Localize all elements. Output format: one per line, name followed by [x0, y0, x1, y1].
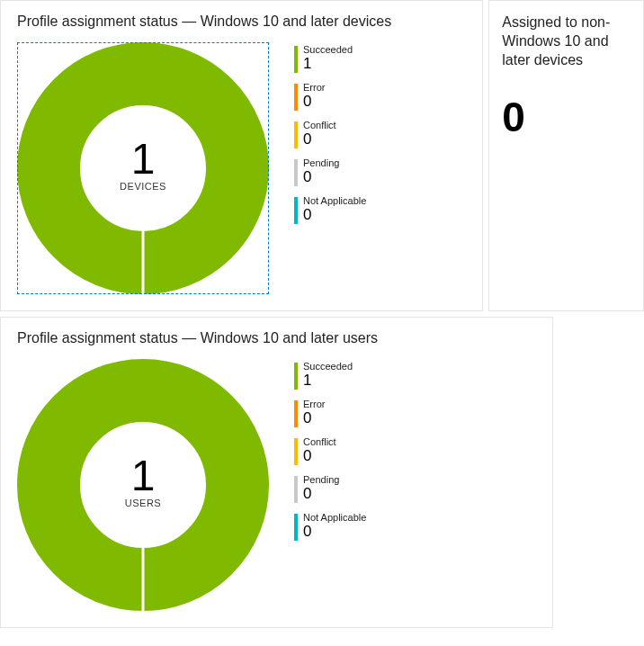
legend-label: Pending: [303, 474, 339, 485]
legend-text: Succeeded1: [303, 44, 353, 73]
legend-color-bar: [294, 197, 298, 224]
legend-value: 0: [303, 524, 366, 541]
legend-text: Conflict0: [303, 436, 336, 465]
legend-color-bar: [294, 363, 298, 390]
non-windows-card[interactable]: Assigned to non-Windows 10 and later dev…: [488, 0, 644, 311]
users-donut-chart[interactable]: 1 USERS: [17, 359, 269, 611]
legend-value: 1: [303, 372, 353, 390]
legend-color-bar: [294, 84, 298, 111]
legend-item[interactable]: Succeeded1: [294, 44, 366, 73]
legend-label: Error: [303, 399, 325, 409]
legend-item[interactable]: Error0: [294, 82, 366, 111]
legend-value: 0: [303, 94, 325, 111]
legend-value: 0: [303, 207, 366, 224]
legend-text: Not Applicable0: [303, 512, 366, 541]
legend-color-bar: [294, 514, 298, 541]
legend-color-bar: [294, 121, 298, 148]
legend-item[interactable]: Conflict0: [294, 120, 366, 148]
legend-label: Error: [303, 82, 325, 93]
legend-text: Conflict0: [303, 120, 336, 148]
legend-text: Pending0: [303, 474, 339, 503]
legend-text: Error0: [303, 399, 325, 427]
users-center-label: USERS: [125, 498, 161, 508]
legend-label: Not Applicable: [303, 512, 366, 523]
legend-color-bar: [294, 400, 298, 427]
legend-color-bar: [294, 46, 298, 73]
legend-value: 0: [303, 448, 336, 465]
legend-text: Not Applicable0: [303, 195, 366, 224]
legend-item[interactable]: Pending0: [294, 157, 366, 186]
devices-center-value: 1: [120, 138, 166, 181]
legend-label: Succeeded: [303, 361, 353, 372]
users-center-value: 1: [125, 454, 161, 498]
users-status-card: Profile assignment status — Windows 10 a…: [0, 317, 553, 628]
users-donut-center: 1 USERS: [125, 454, 161, 508]
legend-label: Not Applicable: [303, 195, 366, 206]
legend-item[interactable]: Error0: [294, 399, 366, 427]
devices-donut-chart[interactable]: 1 DEVICES: [17, 42, 269, 294]
devices-status-card: Profile assignment status — Windows 10 a…: [0, 0, 483, 311]
non-windows-title: Assigned to non-Windows 10 and later dev…: [502, 13, 631, 69]
devices-legend: Succeeded1Error0Conflict0Pending0Not App…: [294, 42, 366, 233]
devices-card-title: Profile assignment status — Windows 10 a…: [17, 13, 466, 30]
legend-item[interactable]: Not Applicable0: [294, 195, 366, 224]
non-windows-value: 0: [502, 96, 631, 138]
legend-label: Succeeded: [303, 44, 353, 55]
legend-label: Conflict: [303, 436, 336, 447]
users-legend: Succeeded1Error0Conflict0Pending0Not App…: [294, 359, 366, 550]
legend-value: 0: [303, 131, 336, 148]
legend-value: 0: [303, 169, 339, 186]
users-card-title: Profile assignment status — Windows 10 a…: [17, 330, 536, 346]
devices-center-label: DEVICES: [120, 181, 166, 192]
legend-color-bar: [294, 159, 298, 186]
legend-item[interactable]: Succeeded1: [294, 361, 366, 390]
legend-item[interactable]: Not Applicable0: [294, 512, 366, 541]
legend-value: 0: [303, 410, 325, 427]
devices-donut-center: 1 DEVICES: [120, 138, 166, 192]
legend-item[interactable]: Pending0: [294, 474, 366, 503]
legend-text: Pending0: [303, 157, 339, 186]
legend-label: Pending: [303, 157, 339, 168]
legend-value: 1: [303, 56, 353, 73]
legend-color-bar: [294, 476, 298, 503]
legend-text: Succeeded1: [303, 361, 353, 390]
legend-color-bar: [294, 438, 298, 465]
legend-label: Conflict: [303, 120, 336, 130]
legend-value: 0: [303, 486, 339, 503]
legend-item[interactable]: Conflict0: [294, 436, 366, 465]
legend-text: Error0: [303, 82, 325, 111]
